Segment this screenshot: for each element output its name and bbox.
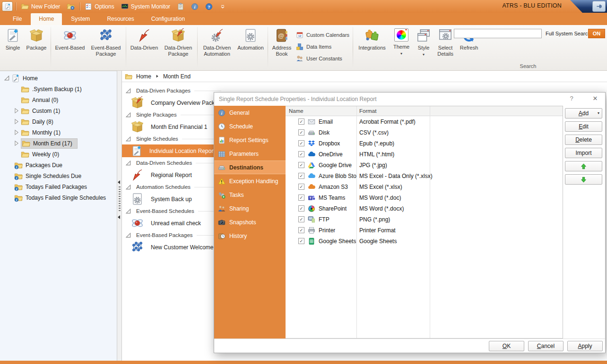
options-button[interactable]: Options	[83, 2, 116, 11]
system-monitor-button[interactable]: System Monitor	[119, 2, 172, 11]
group-header-single-packages[interactable]: Single Packages	[122, 109, 221, 120]
data-driven-automation-button[interactable]: Data-Driven Automation	[199, 27, 235, 57]
data-driven-package-button[interactable]: Data-Driven Package	[161, 27, 196, 57]
destination-row-amazon-s3[interactable]: ✓Amazon S3MS Excel (*.xlsx)	[286, 181, 563, 192]
group-header-event-based-schedules[interactable]: Event-Based Schedules	[122, 205, 221, 217]
checkbox[interactable]: ✓	[298, 129, 304, 135]
integrations-button[interactable]: Integrations	[355, 27, 390, 51]
checkbox[interactable]: ✓	[298, 238, 304, 244]
automation-button[interactable]: Automation	[235, 27, 266, 51]
single-button[interactable]: Single	[2, 27, 24, 51]
splitter-collapse-arrow[interactable]	[118, 215, 120, 219]
destination-row-ms-teams[interactable]: ✓MS TeamsMS Word (*.doc)	[286, 192, 563, 203]
tree-item-single-schedules-due[interactable]: Single Schedules Due	[0, 170, 117, 181]
splitter-collapse-arrow[interactable]	[118, 180, 120, 184]
dialog-tab-destinations[interactable]: Destinations	[214, 161, 286, 174]
column-header-format[interactable]: Format	[356, 108, 430, 114]
help-button[interactable]	[203, 2, 215, 11]
checkbox[interactable]: ✓	[298, 216, 304, 222]
expand-triangle-icon[interactable]	[13, 108, 19, 114]
dialog-tab-tasks[interactable]: Tasks	[214, 188, 286, 202]
tab-home[interactable]: Home	[31, 13, 62, 25]
import-button[interactable]: Import	[565, 148, 602, 158]
event-based-button[interactable]: Event-Based	[52, 27, 87, 51]
user-constants-button[interactable]: User Constants	[294, 53, 351, 63]
add-button[interactable]: Add▾	[565, 108, 602, 119]
tree-item-system-backup[interactable]: .System Backup (1)	[0, 84, 117, 94]
dialog-tab-schedule[interactable]: Schedule	[214, 119, 286, 133]
data-driven-button[interactable]: Data-Driven	[128, 27, 161, 51]
tree-item-daily[interactable]: Daily (8)	[0, 116, 117, 127]
group-header-data-driven-packages[interactable]: Data-Driven Packages	[122, 85, 221, 96]
destination-row-email[interactable]: ✓EmailAcrobat Format (*.pdf)	[286, 116, 563, 127]
app-icon[interactable]	[2, 1, 13, 11]
info-button[interactable]	[189, 2, 200, 11]
address-book-button[interactable]: Address Book	[269, 27, 294, 57]
ok-button[interactable]: OK	[489, 341, 524, 351]
dialog-tab-sharing[interactable]: Sharing	[214, 202, 286, 215]
destination-row-sharepoint[interactable]: ✓SharePointMS Word (*.docx)	[286, 203, 563, 214]
group-header-data-driven-schedules[interactable]: Data-Driven Schedules	[122, 157, 221, 169]
tree-item-todays-failed-packages[interactable]: Todays Failed Packages	[0, 181, 117, 192]
breadcrumb-current[interactable]: Month End	[163, 73, 191, 80]
dialog-help-button[interactable]: ?	[567, 95, 576, 102]
tab-file[interactable]: File	[5, 13, 30, 25]
clipboard-button[interactable]	[175, 2, 186, 11]
tab-resources[interactable]: Resources	[99, 13, 142, 25]
list-item-month-end-financial[interactable]: Month End Financial 1	[122, 120, 221, 133]
list-item-individual-location-report[interactable]: Individual Location Report	[122, 144, 214, 157]
group-header-single-schedules[interactable]: Single Schedules	[122, 133, 221, 144]
tree-item-home[interactable]: Home	[0, 73, 117, 84]
checkbox[interactable]: ✓	[298, 151, 304, 157]
tree-item-annual[interactable]: Annual (0)	[0, 94, 117, 105]
search-input[interactable]	[454, 29, 542, 38]
data-items-button[interactable]: Data Items	[294, 42, 351, 51]
move-down-button[interactable]	[565, 174, 602, 185]
checkbox[interactable]: ✓	[298, 205, 304, 212]
event-based-package-button[interactable]: Event-Based Package	[87, 27, 124, 57]
cancel-button[interactable]: Cancel	[528, 341, 564, 351]
apply-button[interactable]: Apply	[567, 341, 603, 351]
destination-row-onedrive[interactable]: ✓OneDriveHTML (*.html)	[286, 149, 563, 160]
tree-item-month-end[interactable]: Month End (17)	[0, 138, 117, 149]
destination-row-dropbox[interactable]: ✓DropboxEpub (*.epub)	[286, 138, 563, 149]
expand-triangle-icon[interactable]	[13, 129, 19, 135]
checkbox[interactable]: ✓	[298, 140, 304, 146]
expand-triangle-icon[interactable]	[13, 119, 19, 125]
dialog-tab-history[interactable]: History	[214, 229, 286, 243]
dialog-tab-general[interactable]: General	[214, 106, 286, 119]
column-header-name[interactable]: Name	[286, 108, 356, 114]
group-header-automation-schedules[interactable]: Automation Schedules	[122, 181, 221, 193]
panel-splitter[interactable]	[117, 71, 122, 361]
splitter-grip[interactable]	[119, 186, 121, 212]
move-up-button[interactable]	[565, 161, 602, 171]
tree-item-packages-due[interactable]: Packages Due	[0, 160, 117, 170]
checkbox[interactable]: ✓	[298, 227, 304, 233]
dialog-tab-snapshots[interactable]: Snapshots	[214, 215, 286, 229]
tree-item-custom[interactable]: Custom (1)	[0, 105, 117, 116]
group-header-event-based-packages[interactable]: Event-Based Packages	[122, 229, 221, 241]
destination-row-google-sheets[interactable]: ✓Google SheetsGoogle Sheets	[286, 236, 563, 246]
tree-item-monthly[interactable]: Monthly (1)	[0, 127, 117, 138]
checkbox[interactable]: ✓	[298, 184, 304, 190]
tree-item-weekly[interactable]: Weekly (0)	[0, 149, 117, 160]
tree-item-todays-failed-single-schedules[interactable]: Todays Failed Single Schedules	[0, 192, 117, 203]
dialog-tab-exception-handling[interactable]: Exception Handling	[214, 174, 286, 188]
list-item-unread-email-check[interactable]: Unread email check	[122, 217, 221, 229]
full-system-search-toggle[interactable]: ON	[588, 29, 605, 38]
expand-triangle-icon[interactable]	[13, 140, 19, 146]
destination-row-ftp[interactable]: ✓FTPPNG (*.png)	[286, 214, 563, 225]
dialog-close-button[interactable]: ✕	[591, 95, 599, 102]
breadcrumb-home[interactable]: Home	[136, 73, 151, 80]
quick-access-dropdown[interactable]	[217, 2, 228, 11]
dialog-tab-report-settings[interactable]: Report Settings	[214, 133, 286, 147]
destination-row-printer[interactable]: ✓PrinterPrinter Format	[286, 225, 563, 236]
style-button[interactable]: Style▾	[413, 27, 434, 58]
list-item-new-customer-welcome[interactable]: New Customer Welcome e...	[122, 241, 221, 254]
edit-button[interactable]: Edit	[565, 121, 602, 132]
collapse-triangle-icon[interactable]	[4, 75, 10, 81]
custom-calendars-button[interactable]: Custom Calendars	[294, 30, 351, 40]
dialog-tab-parameters[interactable]: Parameters	[214, 147, 286, 161]
list-item-company-overview-pack[interactable]: Company Overview Pack 1	[122, 96, 221, 109]
delete-button[interactable]: Delete	[565, 135, 602, 145]
